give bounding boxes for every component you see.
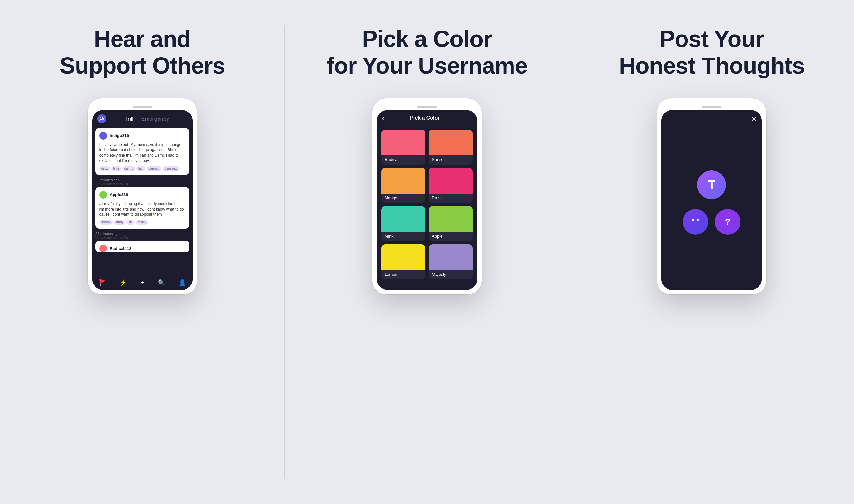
- phone-1: Trill Emergency Indigo215 ⋮: [88, 98, 197, 294]
- color-label-razz: Razz: [429, 194, 473, 203]
- tag-demise[interactable]: demise...: [163, 166, 180, 171]
- post-tags-1: di i... blue cam... lgbt panro... demise…: [99, 166, 185, 171]
- phone-notch-bar-3: [661, 103, 762, 110]
- panel3-title: Post YourHonest Thoughts: [619, 26, 804, 79]
- action-bubbles-row: " " ?: [682, 209, 741, 235]
- tag-life[interactable]: life: [126, 220, 135, 225]
- color-label-radical: Radical: [381, 155, 425, 165]
- trill-post-3: Radical412 ⋮: [95, 241, 190, 252]
- tag-cam[interactable]: cam...: [123, 166, 135, 171]
- tag-panro[interactable]: panro...: [147, 166, 161, 171]
- tag-blue[interactable]: blue: [111, 166, 121, 171]
- color-swatch-mink: [381, 206, 425, 232]
- nav-profile-icon[interactable]: 👤: [179, 279, 186, 286]
- color-label-mango: Mango: [381, 194, 425, 203]
- post-header-3: Radical412 ⋮: [99, 245, 185, 252]
- phone-speaker-1: [133, 106, 152, 108]
- color-card-majesty[interactable]: Majesty: [429, 244, 473, 279]
- phone-screen-3: ✕ T " " ?: [661, 110, 762, 290]
- avatar-radical: [99, 245, 107, 252]
- nav-flag-icon[interactable]: 🚩: [99, 279, 106, 286]
- close-button[interactable]: ✕: [751, 115, 757, 123]
- color-card-lemon[interactable]: Lemon: [381, 244, 425, 279]
- trill-post-1: Indigo215 ⋮ I finally came out. My mom s…: [95, 128, 190, 175]
- color-card-apple[interactable]: Apple: [429, 206, 473, 241]
- question-post-bubble[interactable]: ?: [715, 209, 741, 235]
- color-swatch-sunset: [429, 129, 473, 155]
- post-text-1: I finally came out. My mom says it might…: [99, 142, 185, 164]
- post-user-2: Apple228: [99, 191, 128, 199]
- color-swatch-radical: [381, 129, 425, 155]
- color-label-lemon: Lemon: [381, 270, 425, 279]
- color-swatch-lemon: [381, 244, 425, 270]
- color-label-sunset: Sunset: [429, 155, 473, 165]
- post-tags-2: school study life family: [99, 220, 185, 225]
- phone-speaker-2: [417, 106, 437, 108]
- post-user-1: Indigo215: [99, 132, 129, 140]
- tag-family[interactable]: family: [136, 220, 148, 225]
- nav-search-icon[interactable]: 🔍: [158, 279, 165, 286]
- color-card-razz[interactable]: Razz: [429, 168, 473, 203]
- color-card-sunset[interactable]: Sunset: [429, 129, 473, 165]
- post-header-1: Indigo215 ⋮: [99, 132, 185, 140]
- trill-post-2: Apple228 ⋮ all my family is hoping that …: [95, 187, 190, 229]
- color-swatch-majesty: [429, 244, 473, 270]
- post-meta-1: 22 minutes ago View Comments (3): [95, 177, 190, 186]
- color-label-mink: Mink: [381, 232, 425, 241]
- text-post-bubble[interactable]: T: [697, 170, 726, 199]
- nav-lightning-icon[interactable]: ⚡: [120, 279, 127, 286]
- post-menu-icon-1[interactable]: ⋮: [180, 132, 185, 139]
- add-person-icon[interactable]: [97, 114, 106, 123]
- tab-emergency[interactable]: Emergency: [141, 116, 169, 122]
- tag-study[interactable]: study: [114, 220, 125, 225]
- post-text-2: all my family is hoping that i study med…: [99, 201, 185, 217]
- post-menu-icon-2[interactable]: ⋮: [180, 192, 185, 198]
- color-swatch-mango: [381, 168, 425, 194]
- tag-lgbt[interactable]: lgbt: [136, 166, 145, 171]
- color-picker-screen: ‹ Pick a Color Radical Sunset Mango: [377, 110, 477, 290]
- trill-feed: Indigo215 ⋮ I finally came out. My mom s…: [92, 128, 193, 275]
- back-button[interactable]: ‹: [382, 114, 384, 122]
- color-picker-header: ‹ Pick a Color: [377, 110, 477, 126]
- color-picker-title: Pick a Color: [388, 115, 462, 121]
- trill-screen: Trill Emergency Indigo215 ⋮: [92, 110, 193, 290]
- color-label-apple: Apple: [429, 232, 473, 241]
- color-swatch-razz: [429, 168, 473, 194]
- username-radical: Radical412: [110, 246, 131, 251]
- avatar-indigo: [99, 132, 107, 140]
- post-header-2: Apple228 ⋮: [99, 191, 185, 199]
- tab-trill[interactable]: Trill: [124, 116, 134, 122]
- post-screen-header: ✕: [661, 110, 762, 128]
- panel-hear-and-support: Hear andSupport Others Tri: [0, 0, 285, 504]
- panel-post-honest-thoughts: Post YourHonest Thoughts ✕ T " " ?: [569, 0, 854, 504]
- phone-2: ‹ Pick a Color Radical Sunset Mango: [372, 98, 482, 294]
- post-compose-screen: ✕ T " " ?: [661, 110, 762, 290]
- trill-tabs: Trill Emergency: [106, 116, 188, 122]
- phone-screen-1: Trill Emergency Indigo215 ⋮: [92, 110, 193, 290]
- phone-notch-bar-1: [92, 103, 193, 110]
- trill-header: Trill Emergency: [92, 110, 193, 128]
- color-card-mango[interactable]: Mango: [381, 168, 425, 203]
- username-indigo: Indigo215: [110, 133, 129, 138]
- panel-pick-a-color: Pick a Colorfor Your Username ‹ Pick a C…: [285, 0, 569, 504]
- post-menu-icon-3[interactable]: ⋮: [180, 246, 185, 252]
- view-comments-1[interactable]: View Comments (3): [95, 182, 128, 186]
- post-screen-content: T " " ?: [661, 128, 762, 290]
- color-swatch-apple: [429, 206, 473, 232]
- panel1-title: Hear andSupport Others: [60, 26, 225, 79]
- panel2-title: Pick a Colorfor Your Username: [327, 26, 528, 79]
- username-apple: Apple228: [110, 192, 128, 197]
- color-grid: Radical Sunset Mango Razz: [377, 126, 477, 283]
- nav-add-icon[interactable]: +: [140, 278, 144, 287]
- color-label-majesty: Majesty: [429, 270, 473, 279]
- trill-bottom-nav: 🚩 ⚡ + 🔍 👤: [92, 275, 193, 290]
- post-meta-2: 24 minutes ago View Comments (3): [95, 231, 190, 240]
- color-card-mink[interactable]: Mink: [381, 206, 425, 241]
- color-card-radical[interactable]: Radical: [381, 129, 425, 165]
- tag-school[interactable]: school: [99, 220, 112, 225]
- view-comments-2[interactable]: View Comments (3): [95, 236, 128, 239]
- quote-post-bubble[interactable]: " ": [682, 209, 708, 235]
- phone-screen-2: ‹ Pick a Color Radical Sunset Mango: [377, 110, 477, 290]
- avatar-apple: [99, 191, 107, 199]
- tag-di[interactable]: di i...: [99, 166, 110, 171]
